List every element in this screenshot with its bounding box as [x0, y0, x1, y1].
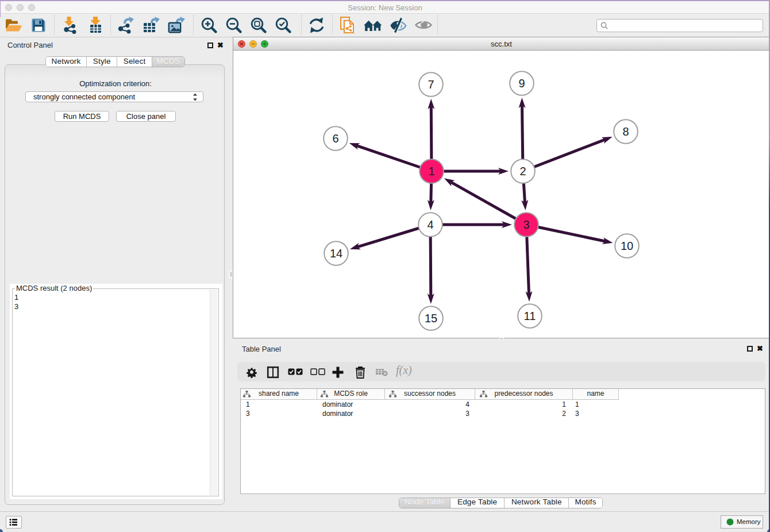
- svg-text:1: 1: [428, 165, 434, 178]
- svg-text:9: 9: [518, 77, 525, 90]
- svg-text:14: 14: [330, 247, 342, 260]
- svg-text:15: 15: [425, 312, 437, 325]
- svg-text:6: 6: [332, 132, 338, 145]
- svg-text:7: 7: [428, 78, 434, 91]
- svg-text:10: 10: [621, 240, 633, 252]
- svg-text:8: 8: [622, 125, 629, 138]
- svg-text:11: 11: [524, 310, 536, 322]
- svg-text:3: 3: [523, 218, 529, 231]
- svg-text:2: 2: [519, 165, 526, 178]
- svg-text:4: 4: [427, 218, 433, 231]
